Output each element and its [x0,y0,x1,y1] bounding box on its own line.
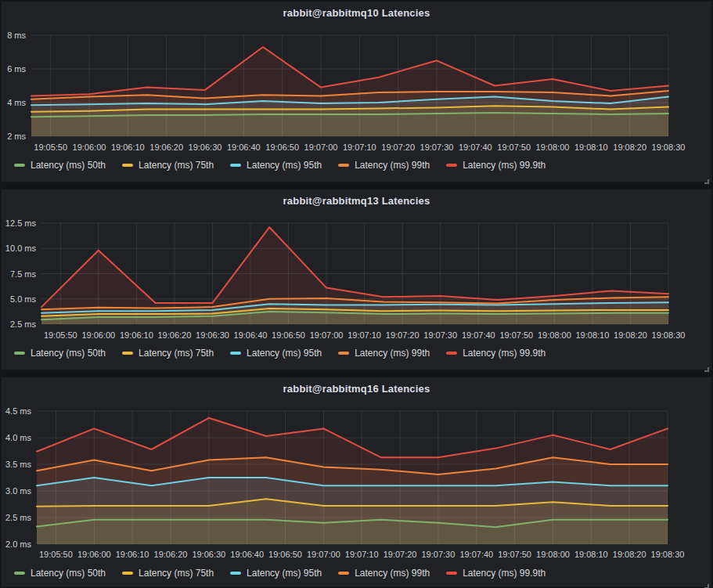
latency-chart-svg[interactable]: 2.5 ms5.0 ms7.5 ms10.0 ms12.5 ms19:05:50… [2,189,711,370]
x-tick-label: 19:06:00 [73,142,106,152]
x-tick-label: 19:08:20 [613,550,646,559]
grafana-dashboard: { "page": { "background": "#131418", "pa… [0,0,713,588]
x-tick-label: 19:07:50 [497,142,531,152]
legend-swatch-icon [14,352,25,355]
x-tick-label: 19:07:30 [420,142,454,152]
latency-chart-svg[interactable]: 2 ms4 ms6 ms8 ms19:05:5019:06:0019:06:10… [2,2,711,182]
legend-swatch-icon [446,164,457,167]
x-tick-label: 19:08:00 [538,330,571,340]
x-tick-label: 19:06:10 [120,330,153,340]
y-tick-label: 4.0 ms [5,433,32,442]
chart-legend: Latency (ms) 50thLatency (ms) 75thLatenc… [14,568,546,579]
legend-item-p50[interactable]: Latency (ms) 50th [14,160,106,171]
legend-label: Latency (ms) 99th [355,160,430,171]
x-tick-label: 19:07:00 [310,330,344,340]
legend-label: Latency (ms) 95th [247,160,322,171]
legend-item-p75[interactable]: Latency (ms) 75th [122,568,214,579]
chart-panel-rabbitmq16: rabbit@rabbitmq16 Latencies 2.0 ms2.5 ms… [2,377,711,586]
x-tick-label: 19:06:40 [234,330,268,340]
legend-label: Latency (ms) 99.9th [463,348,546,359]
legend-item-p999[interactable]: Latency (ms) 99.9th [446,160,546,171]
x-tick-label: 19:07:20 [384,550,417,559]
y-tick-label: 4.5 ms [5,406,32,416]
x-tick-label: 19:06:50 [272,330,305,340]
legend-item-p99[interactable]: Latency (ms) 99th [338,568,430,579]
legend-label: Latency (ms) 99th [355,348,430,359]
legend-label: Latency (ms) 75th [139,568,214,579]
x-tick-label: 19:08:30 [651,550,685,559]
legend-item-p50[interactable]: Latency (ms) 50th [14,568,106,579]
x-tick-label: 19:06:00 [77,550,111,559]
y-tick-label: 2.0 ms [5,539,32,549]
legend-swatch-icon [122,164,133,167]
x-tick-label: 19:07:40 [459,550,493,559]
x-tick-label: 19:06:20 [157,330,191,340]
legend-swatch-icon [446,352,457,355]
y-tick-label: 5.0 ms [10,294,37,304]
legend-swatch-icon [122,352,133,355]
legend-item-p75[interactable]: Latency (ms) 75th [122,348,214,359]
x-tick-label: 19:08:10 [574,550,608,559]
legend-item-p50[interactable]: Latency (ms) 50th [14,348,106,359]
legend-item-p99[interactable]: Latency (ms) 99th [338,348,430,359]
x-tick-label: 19:06:10 [111,142,145,152]
latency-chart-svg[interactable]: 2.0 ms2.5 ms3.0 ms3.5 ms4.0 ms4.5 ms19:0… [2,377,711,586]
x-tick-label: 19:06:50 [268,550,302,559]
x-tick-label: 19:07:10 [345,550,379,559]
legend-label: Latency (ms) 50th [31,348,106,359]
y-tick-label: 2.5 ms [10,319,37,329]
x-tick-label: 19:08:20 [614,330,647,340]
series-area-p50 [37,520,668,544]
chart-panel-rabbitmq10: rabbit@rabbitmq10 Latencies 2 ms4 ms6 ms… [2,2,711,182]
x-tick-label: 19:06:10 [116,550,149,559]
legend-label: Latency (ms) 95th [247,348,322,359]
x-tick-label: 19:07:20 [381,142,415,152]
legend-item-p95[interactable]: Latency (ms) 95th [230,160,322,171]
legend-swatch-icon [122,572,133,575]
x-tick-label: 19:07:00 [307,550,340,559]
x-tick-label: 19:05:50 [34,142,67,152]
y-tick-label: 2 ms [7,132,26,141]
legend-label: Latency (ms) 95th [247,568,322,579]
legend-item-p999[interactable]: Latency (ms) 99.9th [446,348,546,359]
legend-swatch-icon [230,164,241,167]
y-tick-label: 12.5 ms [5,218,37,228]
chart-legend: Latency (ms) 50thLatency (ms) 75thLatenc… [14,348,546,359]
legend-swatch-icon [338,572,349,575]
x-tick-label: 19:06:30 [196,330,229,340]
x-tick-label: 19:07:50 [499,330,533,340]
x-tick-label: 19:07:10 [347,330,381,340]
legend-label: Latency (ms) 75th [139,160,214,171]
x-tick-label: 19:06:40 [230,550,264,559]
x-tick-label: 19:06:30 [192,550,225,559]
x-tick-label: 19:08:00 [536,142,570,152]
legend-swatch-icon [14,164,25,167]
x-tick-label: 19:07:40 [459,142,492,152]
legend-item-p95[interactable]: Latency (ms) 95th [230,568,322,579]
legend-label: Latency (ms) 75th [139,348,214,359]
resize-handle-icon[interactable] [702,173,709,180]
x-tick-label: 19:08:10 [575,330,609,340]
x-tick-label: 19:05:50 [39,550,73,559]
legend-swatch-icon [230,572,241,575]
legend-swatch-icon [14,572,25,575]
x-tick-label: 19:06:50 [265,142,299,152]
legend-item-p75[interactable]: Latency (ms) 75th [122,160,214,171]
y-tick-label: 3.5 ms [5,460,32,469]
resize-handle-icon[interactable] [702,578,709,585]
y-tick-label: 8 ms [7,31,26,40]
legend-item-p95[interactable]: Latency (ms) 95th [230,348,322,359]
legend-label: Latency (ms) 50th [31,568,106,579]
y-tick-label: 6 ms [7,64,26,74]
legend-item-p99[interactable]: Latency (ms) 99th [338,160,430,171]
x-tick-label: 19:08:10 [574,142,608,152]
y-tick-label: 2.5 ms [5,513,32,522]
x-tick-label: 19:07:10 [343,142,376,152]
legend-swatch-icon [446,572,457,575]
legend-label: Latency (ms) 99.9th [463,568,546,579]
legend-swatch-icon [338,352,349,355]
x-tick-label: 19:07:30 [423,330,457,340]
chart-legend: Latency (ms) 50thLatency (ms) 75thLatenc… [14,160,546,171]
legend-item-p999[interactable]: Latency (ms) 99.9th [446,568,546,579]
resize-handle-icon[interactable] [702,361,709,368]
